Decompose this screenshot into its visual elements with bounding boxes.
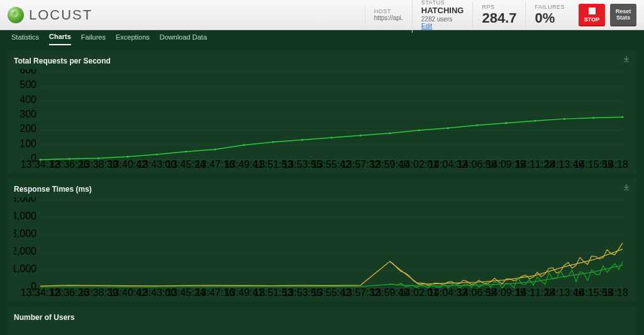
brand-text: LOCUST — [29, 7, 92, 23]
users-count: 2282 users — [421, 16, 464, 23]
rps-stat: RPS 284.7 — [472, 1, 525, 29]
svg-point-38 — [126, 156, 128, 158]
chart-response-times: 01,0002,0003,0004,0005,00013:34:1213:36:… — [14, 197, 630, 298]
host-stat: HOST https://api. — [365, 6, 412, 25]
download-icon[interactable] — [623, 55, 630, 63]
status-value: HATCHING — [421, 6, 464, 16]
chart-rps: 010020030040050060013:34:1213:36:2613:38… — [14, 69, 630, 170]
svg-point-43 — [272, 141, 274, 143]
host-label: HOST — [374, 8, 403, 14]
svg-text:300: 300 — [19, 109, 36, 119]
svg-point-45 — [331, 137, 333, 139]
reset-label-2: Stats — [616, 15, 630, 21]
topbar: LOCUST HOST https://api. STATUS HATCHING… — [0, 0, 644, 30]
stop-label: STOP — [584, 16, 599, 23]
status-stat: STATUS HATCHING 2282 users Edit — [412, 0, 473, 33]
tab-failures[interactable]: Failures — [81, 33, 106, 45]
svg-point-41 — [214, 148, 216, 150]
svg-text:500: 500 — [19, 79, 36, 90]
svg-point-50 — [476, 124, 478, 126]
svg-point-51 — [505, 122, 507, 124]
svg-point-53 — [564, 118, 565, 120]
svg-text:100: 100 — [19, 138, 36, 149]
tab-exceptions[interactable]: Exceptions — [116, 33, 150, 45]
svg-text:14:18:05: 14:18:05 — [603, 159, 629, 170]
locust-logo-icon — [8, 7, 24, 23]
svg-point-36 — [69, 158, 70, 160]
panel-response-times: Response Times (ms) 01,0002,0003,0004,00… — [8, 178, 636, 302]
panels: Total Requests per Second 01002003004005… — [0, 48, 644, 335]
svg-point-55 — [622, 116, 624, 118]
svg-point-49 — [447, 127, 449, 129]
svg-point-54 — [592, 117, 594, 119]
svg-point-39 — [156, 153, 158, 155]
svg-point-46 — [360, 135, 362, 136]
svg-point-37 — [97, 157, 99, 159]
svg-text:400: 400 — [19, 94, 36, 105]
svg-point-35 — [40, 159, 42, 161]
svg-text:4,000: 4,000 — [14, 211, 36, 221]
download-icon[interactable] — [623, 184, 630, 191]
failures-value: 0% — [535, 10, 565, 26]
tab-charts[interactable]: Charts — [49, 33, 71, 45]
svg-point-52 — [535, 120, 536, 122]
svg-text:600: 600 — [19, 69, 36, 75]
rps-value: 284.7 — [482, 10, 516, 26]
tab-statistics[interactable]: Statistics — [11, 33, 39, 45]
svg-point-47 — [389, 133, 391, 135]
edit-link[interactable]: Edit — [421, 23, 464, 30]
svg-text:14:18:05: 14:18:05 — [603, 287, 629, 298]
panel-rps: Total Requests per Second 01002003004005… — [8, 50, 636, 173]
svg-text:5,000: 5,000 — [14, 197, 36, 204]
tab-download-data[interactable]: Download Data — [160, 33, 207, 45]
svg-text:200: 200 — [19, 123, 36, 134]
stop-button[interactable]: STOP — [579, 4, 605, 26]
svg-text:1,000: 1,000 — [14, 263, 36, 274]
svg-point-44 — [301, 139, 303, 141]
panel-users-title: Number of Users — [14, 313, 630, 322]
failures-stat: FAILURES 0% — [525, 1, 574, 29]
panel-rt-title: Response Times (ms) — [14, 185, 630, 194]
rps-label: RPS — [482, 4, 516, 10]
host-value: https://api. — [374, 14, 403, 22]
panel-rps-title: Total Requests per Second — [14, 57, 630, 65]
svg-text:2,000: 2,000 — [14, 246, 36, 256]
failures-label: FAILURES — [535, 4, 565, 10]
nav-tabs: Statistics Charts Failures Exceptions Do… — [0, 30, 644, 48]
svg-text:3,000: 3,000 — [14, 228, 36, 239]
svg-point-42 — [243, 144, 245, 146]
svg-point-48 — [418, 129, 419, 131]
stop-icon — [589, 8, 596, 14]
reset-stats-button[interactable]: Reset Stats — [610, 4, 636, 26]
panel-users: Number of Users — [8, 307, 636, 335]
brand: LOCUST — [8, 7, 92, 23]
svg-point-40 — [185, 151, 187, 153]
